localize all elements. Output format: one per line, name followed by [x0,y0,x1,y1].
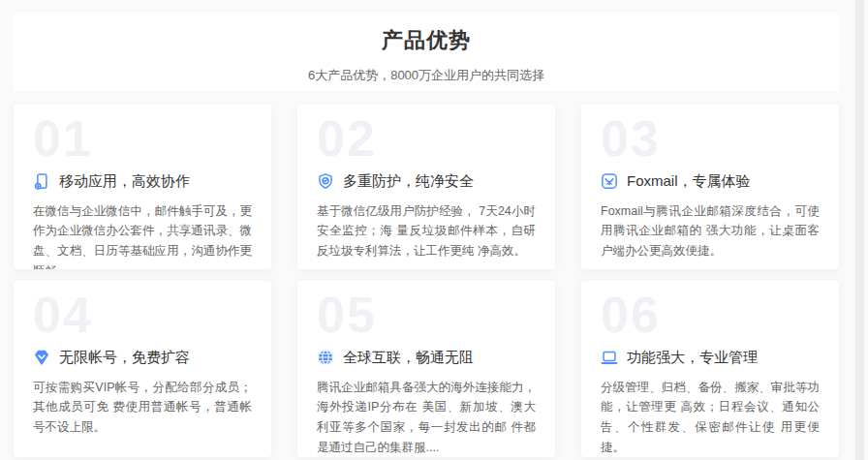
advantage-card-global: 05 全球互联，畅通无阻 腾讯企业邮箱具备强大的海外连接能力，海外投递IP分布在… [297,281,555,457]
card-title: 无限帐号，免费扩容 [59,349,190,367]
advantage-card-mobile: 01 移动应用，高效协作 在微信与企业微信中，邮件触手可及，更作为企业微信办公套… [14,105,271,269]
card-description: 分级管理、归档、备份、搬家、审批等功能，让管理更 高效；日程会议、通知公告、个性… [601,378,820,457]
card-number: 01 [33,112,252,166]
product-advantages-section: 产品优势 6大产品优势，8000万企业用户的共同选择 01 移动应用，高效协作 … [0,0,868,460]
card-number: 04 [33,289,252,342]
card-title: Foxmail，专属体验 [627,172,751,191]
advantage-card-security: 02 多重防护，纯净安全 基于微信亿级用户防护经验， 7天24小时安全监控；海 … [297,105,555,269]
advantage-card-foxmail: 03 Foxmail，专属体验 Foxmail与腾讯企业邮箱深度结合，可使用腾讯… [581,105,839,269]
diamond-icon [33,349,50,366]
card-title: 功能强大，专业管理 [627,349,758,367]
advantage-cards-grid: 01 移动应用，高效协作 在微信与企业微信中，邮件触手可及，更作为企业微信办公套… [14,105,839,457]
card-description: Foxmail与腾讯企业邮箱深度结合，可使用腾讯企业邮箱的 强大功能，让桌面客户… [601,201,820,262]
vertical-scrollbar[interactable] [855,0,864,460]
laptop-icon [601,349,618,366]
globe-icon [317,349,334,366]
card-description: 腾讯企业邮箱具备强大的海外连接能力，海外投递IP分布在 美国、新加坡、澳大利亚等… [317,378,536,457]
section-header: 产品优势 6大产品优势，8000万企业用户的共同选择 [14,13,839,90]
card-title: 多重防护，纯净安全 [343,172,474,191]
card-description: 可按需购买VIP帐号，分配给部分成员；其他成员可免 费使用普通帐号，普通帐号不设… [33,378,252,439]
advantage-card-management: 06 功能强大，专业管理 分级管理、归档、备份、搬家、审批等功能，让管理更 高效… [581,281,839,457]
card-number: 03 [601,112,820,166]
section-title: 产品优势 [14,26,839,55]
card-number: 02 [317,112,536,166]
card-number: 05 [317,289,536,342]
mobile-device-icon [33,172,50,190]
section-subtitle: 6大产品优势，8000万企业用户的共同选择 [14,67,839,84]
card-description: 在微信与企业微信中，邮件触手可及，更作为企业微信办公套件，共享通讯录、微盘、文档… [33,201,252,269]
foxmail-icon [601,172,618,190]
card-number: 06 [601,289,820,342]
card-description: 基于微信亿级用户防护经验， 7天24小时安全监控；海 量反垃圾邮件样本，自研反垃… [317,201,536,262]
card-title: 移动应用，高效协作 [59,172,190,191]
shield-check-icon [317,172,334,190]
card-title: 全球互联，畅通无阻 [343,349,474,367]
advantage-card-accounts: 04 无限帐号，免费扩容 可按需购买VIP帐号，分配给部分成员；其他成员可免 费… [14,281,271,457]
